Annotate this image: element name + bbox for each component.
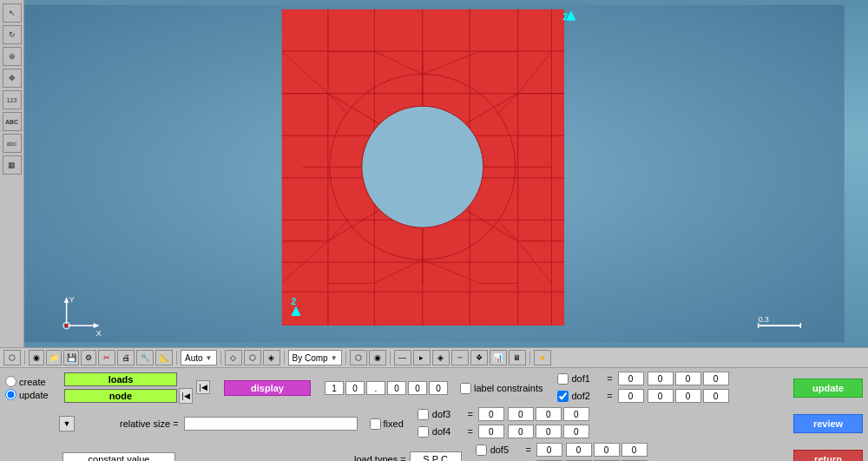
tb-shape-2[interactable]: ⬡ [244, 350, 261, 366]
dof5-t3[interactable]: 0 [621, 443, 648, 457]
tb-icon-9[interactable]: 📐 [155, 350, 173, 366]
dof4-equals: = [466, 426, 475, 437]
dof2-checkbox[interactable] [557, 391, 569, 402]
update-radio[interactable]: update [5, 389, 57, 400]
dof1-checkbox[interactable] [557, 373, 569, 385]
dof4-checkbox[interactable] [418, 426, 429, 438]
label-constraints-text: label constraints [474, 383, 543, 393]
svg-point-52 [65, 324, 69, 327]
tb-chart[interactable]: 📊 [490, 350, 507, 366]
update-radio-input[interactable] [5, 389, 16, 400]
dof2-t3[interactable]: 0 [703, 389, 729, 403]
dof3-equals: = [466, 409, 475, 419]
abc-upper-icon[interactable]: ABC [3, 112, 22, 131]
tb-icon-7[interactable]: 🖨 [117, 350, 135, 366]
loads-field[interactable]: loads [64, 372, 177, 386]
left-toolbar: ↖ ↻ ⊕ ✥ 123 ABC abc ▦ [0, 0, 24, 347]
dof5-label: dof5 [490, 445, 521, 455]
separator-3 [220, 351, 221, 365]
dof3-t3[interactable]: 0 [563, 407, 589, 421]
review-button[interactable]: review [793, 414, 863, 433]
tb-icon-1[interactable]: ⬡ [3, 350, 21, 366]
tb-monitor[interactable]: 🖥 [509, 350, 526, 366]
tb-3d-1[interactable]: ⬡ [350, 350, 367, 366]
label-constraints-checkbox[interactable] [460, 383, 471, 394]
dof5-t1[interactable]: 0 [566, 443, 592, 457]
dof4-t3[interactable]: 0 [563, 425, 589, 438]
load-types-label: load types = [354, 454, 406, 461]
tb-icon-8[interactable]: 🔧 [136, 350, 154, 366]
panel-row-2: ▼ relative size = fixed dof3 = 0 0 0 0 [5, 407, 863, 440]
tb-shape-1[interactable]: ◇ [225, 350, 242, 366]
dof1-t3[interactable]: 0 [703, 372, 729, 385]
abc-lower-icon[interactable]: abc [3, 134, 22, 153]
separator-1 [24, 351, 25, 365]
load-types-field[interactable]: S P C [410, 451, 462, 461]
tb-star[interactable]: ★ [534, 350, 551, 366]
tb-icon-3[interactable]: 📁 [46, 350, 62, 366]
tb-diamond[interactable]: ◈ [432, 350, 450, 366]
create-radio-input[interactable] [5, 376, 16, 387]
select-icon[interactable]: ↖ [3, 3, 22, 23]
tb-shape-3[interactable]: ◈ [263, 350, 280, 366]
dof5-t2[interactable]: 0 [594, 443, 620, 457]
dof2-t1[interactable]: 0 [648, 389, 674, 403]
pan-icon[interactable]: ✥ [3, 69, 22, 88]
tb-icon-4[interactable]: 💾 [63, 350, 79, 366]
tb-dash[interactable]: ╌ [451, 350, 469, 366]
relative-size-field[interactable] [184, 417, 358, 431]
by-comp-dropdown[interactable]: By Comp ▼ [288, 350, 342, 366]
layer-icon[interactable]: ▦ [3, 155, 22, 175]
tb-3d-2[interactable]: ◉ [369, 350, 386, 366]
size-down-btn[interactable]: ▼ [59, 416, 75, 431]
dof1-t1[interactable]: 0 [648, 372, 674, 385]
dof1-t2[interactable]: 0 [675, 372, 701, 385]
display-button[interactable]: display [224, 380, 311, 396]
dof4-t2[interactable]: 0 [536, 425, 562, 438]
svg-text:0.3: 0.3 [759, 315, 769, 324]
node-field[interactable]: node [64, 389, 177, 403]
auto-label: Auto [185, 353, 203, 363]
return-button[interactable]: return [793, 450, 863, 461]
constant-value-label: constant value [62, 452, 175, 461]
num-val-1: 1 [325, 381, 344, 395]
dof2-value[interactable]: 0 [618, 389, 644, 403]
rotate-icon[interactable]: ↻ [3, 25, 22, 44]
dof5-checkbox[interactable] [476, 445, 487, 456]
mesh-view: 2 2 Y X 0.3 [24, 0, 868, 347]
dof2-equals: = [606, 391, 615, 401]
dof5-value[interactable]: 0 [536, 443, 562, 457]
tb-grid[interactable]: ❖ [470, 350, 488, 366]
dof3-value[interactable]: 0 [478, 407, 504, 421]
dof2-triple: 0 0 0 [648, 389, 729, 403]
tb-icon-6[interactable]: ✂ [98, 350, 115, 366]
dof2-row: dof2 = 0 0 0 0 [557, 389, 729, 403]
create-radio[interactable]: create [5, 376, 57, 387]
auto-dropdown-arrow: ▼ [206, 354, 213, 362]
dof2-label: dof2 [572, 391, 602, 401]
fixed-checkbox[interactable] [370, 418, 381, 430]
dof3-t2[interactable]: 0 [536, 407, 562, 421]
dof3-checkbox[interactable] [418, 409, 429, 420]
dof3-t1[interactable]: 0 [508, 407, 534, 421]
tb-line-1[interactable]: — [394, 350, 411, 366]
tb-arrow-1[interactable]: ▸ [413, 350, 431, 366]
number-icon[interactable]: 123 [3, 90, 22, 109]
num-val-5: 0 [429, 381, 448, 395]
dof4-triple: 0 0 0 [508, 425, 589, 438]
tb-icon-5[interactable]: ⚙ [81, 350, 96, 366]
dof4-value[interactable]: 0 [478, 425, 504, 438]
auto-dropdown[interactable]: Auto ▼ [181, 350, 217, 366]
dof2-t2[interactable]: 0 [675, 389, 701, 403]
update-button[interactable]: update [793, 379, 863, 398]
tb-icon-2[interactable]: ◉ [29, 350, 44, 366]
create-label: create [19, 377, 46, 387]
fixed-checkbox-label[interactable]: fixed [370, 418, 404, 430]
zoom-icon[interactable]: ⊕ [3, 47, 22, 66]
loads-end-btn[interactable]: |◀ [196, 380, 210, 394]
node-prev-btn[interactable]: |◀ [179, 388, 193, 404]
label-constraints-checkbox-label[interactable]: label constraints [460, 383, 543, 394]
dof4-t1[interactable]: 0 [508, 425, 534, 438]
dof1-value[interactable]: 0 [618, 372, 644, 385]
fixed-text: fixed [384, 418, 404, 429]
